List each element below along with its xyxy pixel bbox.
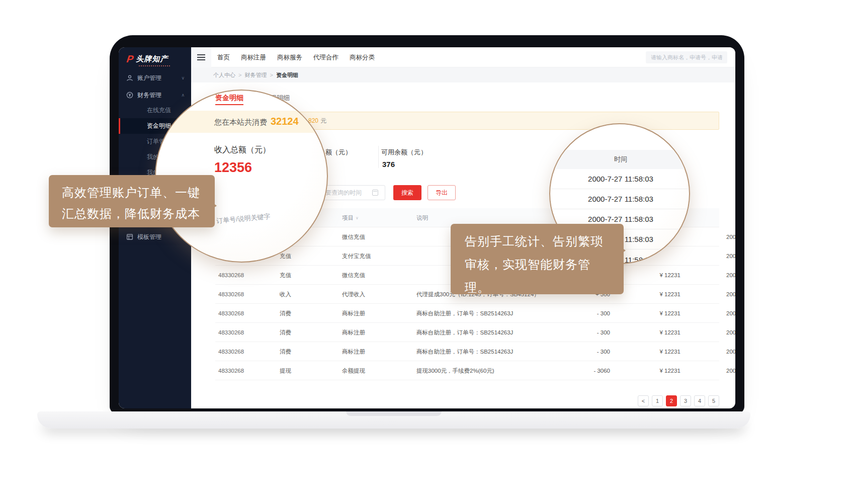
pagination-page-2-active[interactable]: 2 (666, 395, 677, 406)
top-navbar: 首页 商标注册 商标服务 代理合作 商标分类 (191, 47, 735, 67)
laptop-base (37, 411, 750, 429)
pagination: < 1 2 3 4 5 (638, 395, 719, 406)
export-button[interactable]: 导出 (428, 185, 456, 200)
stat-divider (378, 146, 379, 168)
project: 微信充值 (342, 227, 365, 246)
amount: - 3060 (542, 361, 610, 380)
amount: - 300 (542, 323, 610, 342)
nav-tab-home[interactable]: 首页 (217, 53, 230, 62)
magnified-income-value: 12356 (214, 160, 252, 176)
time: 2000-7-27 11:58:03 (726, 304, 735, 323)
stage: P 头牌知产 账户管理 ∨ 财务管理 (0, 0, 853, 504)
nav-tab-trademark-category[interactable]: 商标分类 (350, 53, 375, 62)
amount: - 300 (542, 304, 610, 323)
type: 提现 (280, 361, 291, 380)
magnified-tab-label: 资金明细 (215, 94, 243, 103)
project: 余额提现 (342, 361, 365, 380)
pagination-page-3[interactable]: 3 (680, 395, 691, 406)
description: 商标自助注册，订单号：SB2514263J (416, 304, 513, 323)
logo-text: 头牌知产 (136, 54, 168, 64)
order-no: 48330268 (218, 266, 244, 285)
table-row: 48330268 消费 商标注册 商标自助注册，订单号：SB2514263J -… (215, 323, 719, 342)
sidebar-item-label: 模板管理 (137, 233, 161, 241)
breadcrumb-item[interactable]: 个人中心 (213, 71, 235, 79)
sort-caret-icon: ∨ (356, 216, 359, 220)
description: 商标自助注册，订单号：SB2514263J (416, 342, 513, 361)
nav-tab-agent-cooperation[interactable]: 代理合作 (313, 53, 338, 62)
time: 2000-7-27 11:58:03 (726, 246, 735, 266)
magnified-time-cell: 2000-7-27 11:58:03 (550, 169, 690, 189)
order-no: 48330268 (218, 304, 244, 323)
nav-tab-trademark-service[interactable]: 商标服务 (277, 53, 302, 62)
hamburger-menu-button[interactable] (191, 47, 211, 67)
logo-subtext-decoration (139, 65, 170, 66)
sidebar-item-finance[interactable]: 财务管理 ∧ (119, 87, 191, 104)
pagination-page-1[interactable]: 1 (652, 395, 663, 406)
user-icon (126, 74, 133, 81)
pagination-prev-button[interactable]: < (638, 395, 649, 406)
stat-balance-value: 376 (382, 160, 395, 169)
logo-mark-icon: P (126, 54, 134, 64)
pagination-page-5[interactable]: 5 (708, 395, 719, 406)
chevron-up-icon: ∧ (181, 93, 185, 98)
magnified-time-cell: 2000-7-27 11:58:03 (550, 189, 690, 209)
callout-text-line: 汇总数据，降低财务成本 (62, 203, 215, 224)
breadcrumb-current: 资金明细 (276, 71, 298, 79)
magnified-banner-text: 您在本站共消费 32124 (214, 116, 299, 127)
laptop-base-notch (346, 411, 442, 416)
type: 消费 (280, 323, 291, 342)
logo[interactable]: P 头牌知产 (127, 54, 168, 64)
balance: ¥ 12231 (618, 323, 680, 342)
order-no: 48330268 (218, 361, 244, 380)
table-row: 48330268 提现 余额提现 提现3000元，手续费2%(60元) - 30… (215, 361, 719, 380)
time: 2000-7-27 11:58:03 (726, 361, 735, 380)
callout-text-line: 高效管理账户订单、一键 (62, 182, 215, 203)
type: 消费 (280, 342, 291, 361)
balance: ¥ 12231 (618, 266, 680, 285)
description: 商标自助注册，订单号：SB2514263J (416, 323, 513, 342)
sidebar-item-label: 账户管理 (137, 74, 161, 82)
sidebar-item-account[interactable]: 账户管理 ∨ (119, 69, 191, 87)
nav-tab-trademark-register[interactable]: 商标注册 (241, 53, 266, 62)
time: 2000-7-27 11:58:03 (726, 342, 735, 361)
search-button[interactable]: 搜索 (393, 185, 421, 200)
magnified-time-header: 时间 (550, 150, 690, 169)
table-row: 48330268 消费 商标注册 商标自助注册，订单号：SB2514263J -… (215, 304, 719, 323)
balance: ¥ 12231 (618, 304, 680, 323)
chevron-down-icon: ∨ (181, 75, 185, 80)
breadcrumb-separator: > (238, 72, 241, 78)
template-icon (126, 233, 133, 240)
sidebar-item-label: 财务管理 (137, 91, 161, 100)
time: 2000-7-27 11:58:03 (726, 323, 735, 342)
callout-text-line: 告别手工统计、告别繁琐 (465, 230, 624, 253)
amount: - 300 (542, 342, 610, 361)
order-no: 48330268 (218, 342, 244, 361)
callout-text-line: 理。 (465, 276, 624, 299)
order-no: 48330268 (218, 285, 244, 304)
col-header-project[interactable]: 项目∨ (342, 208, 359, 227)
calendar-icon[interactable] (372, 190, 378, 196)
pagination-page-4[interactable]: 4 (694, 395, 705, 406)
sidebar-subitem-label: 资金明细 (147, 122, 171, 130)
breadcrumb-item[interactable]: 财务管理 (244, 71, 267, 79)
col-header-description: 说明 (416, 208, 428, 227)
project: 微信充值 (342, 266, 365, 285)
trademark-search-input[interactable] (646, 51, 727, 63)
time: 2000-7-27 11:58:03 (726, 285, 735, 304)
project: 商标注册 (342, 323, 365, 342)
nav-tabs: 首页 商标注册 商标服务 代理合作 商标分类 (217, 47, 375, 67)
type: 收入 (280, 285, 291, 304)
callout-left: 高效管理账户订单、一键 汇总数据，降低财务成本 (49, 175, 215, 227)
balance: ¥ 12231 (618, 342, 680, 361)
description: 提现3000元，手续费2%(60元) (416, 361, 494, 380)
magnified-income-label: 收入总额（元） (214, 145, 271, 155)
project: 支付宝充值 (342, 246, 371, 266)
type: 充值 (280, 266, 291, 285)
project: 商标注册 (342, 342, 365, 361)
order-no: 48330268 (218, 323, 244, 342)
balance: ¥ 12231 (618, 361, 680, 380)
magnified-table-header: 订单号/说明关键字 (216, 212, 271, 225)
callout-text-line: 审核，实现智能财务管 (465, 253, 624, 276)
sidebar-subitem-label: 在线充值 (147, 106, 171, 115)
callout-right: 告别手工统计、告别繁琐 审核，实现智能财务管 理。 (451, 224, 624, 294)
